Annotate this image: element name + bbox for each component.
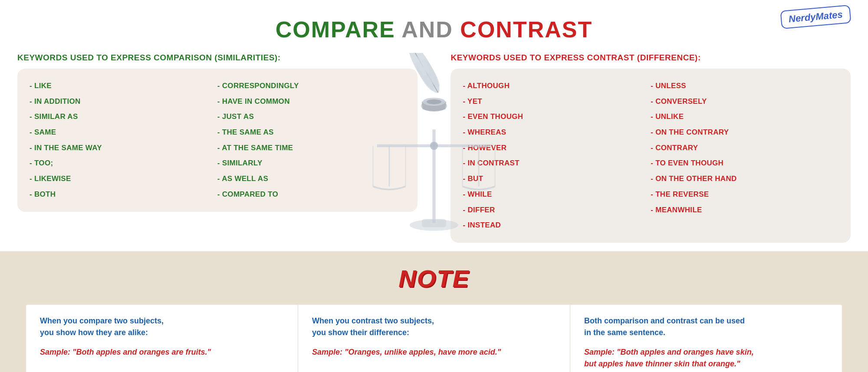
title-contrast: CONTRAST [460,17,592,42]
kw-the-same-as: - THE SAME AS [217,125,405,140]
note-cards-row: When you compare two subjects,you show h… [26,305,842,372]
kw-in-addition: - IN ADDITION [30,94,217,109]
svg-point-8 [427,99,441,104]
main-title: COMPARE AND CONTRAST [17,9,851,53]
comparison-box: - LIKE - IN ADDITION - SIMILAR AS - SAME… [17,69,418,212]
title-compare: COMPARE [276,17,395,42]
contrast-section: KEYWORDS USED TO EXPRESS CONTRAST (DIFFE… [450,53,851,243]
kw-at-the-same-time: - AT THE SAME TIME [217,140,405,156]
kw-however: - HOWEVER [463,140,651,156]
kw-as-well-as: - AS WELL AS [217,171,405,187]
kw-instead: - INSTEAD [463,217,651,233]
comparison-col2: - CORRESPONDINGLY - HAVE IN COMMON - JUS… [217,78,405,202]
note-card-2-heading: When you contrast two subjects,you show … [312,315,556,339]
kw-the-reverse: - THE REVERSE [651,187,838,202]
kw-similarly: - SIMILARLY [217,155,405,171]
svg-point-5 [415,53,432,76]
svg-rect-11 [422,219,446,227]
contrast-box: - ALTHOUGH - YET - EVEN THOUGH - WHEREAS… [450,69,851,243]
note-card-2-sample: Sample: "Oranges, unlike apples, have mo… [312,346,556,358]
kw-whereas: - WHEREAS [463,125,651,140]
kw-in-contrast: - IN CONTRAST [463,155,651,171]
svg-point-7 [423,98,446,106]
kw-conversely: - CONVERSELY [651,94,838,109]
bottom-section: NOTE When you compare two subjects,you s… [0,251,868,372]
kw-unless: - UNLESS [651,78,838,94]
contrast-heading: KEYWORDS USED TO EXPRESS CONTRAST (DIFFE… [450,53,851,63]
note-card-3-heading: Both comparison and contrast can be used… [584,315,828,339]
kw-on-the-contrary: - ON THE CONTRARY [651,125,838,140]
note-card-1-heading: When you compare two subjects,you show h… [40,315,284,339]
kw-correspondingly: - CORRESPONDINGLY [217,78,405,94]
kw-have-in-common: - HAVE IN COMMON [217,94,405,109]
note-card-2: When you contrast two subjects,you show … [298,305,570,372]
svg-point-3 [419,57,443,89]
kw-likewise: - LIKEWISE [30,171,217,187]
kw-same: - SAME [30,125,217,140]
kw-in-the-same-way: - IN THE SAME WAY [30,140,217,156]
kw-compared-to: - COMPARED TO [217,187,405,202]
kw-to-even-though: - TO EVEN THOUGH [651,155,838,171]
note-card-1: When you compare two subjects,you show h… [26,305,298,372]
comparison-heading: KEYWORDS USED TO EXPRESS COMPARISON (SIM… [17,53,418,63]
contrast-col1: - ALTHOUGH - YET - EVEN THOUGH - WHEREAS… [463,78,651,233]
note-card-1-sample: Sample: "Both apples and oranges are fru… [40,346,284,358]
kw-just-as: - JUST AS [217,109,405,125]
kw-like: - LIKE [30,78,217,94]
note-title: NOTE [26,264,842,293]
kw-yet: - YET [463,94,651,109]
title-and: AND [395,17,460,42]
svg-point-6 [421,100,447,112]
note-card-3: Both comparison and contrast can be used… [570,305,842,372]
kw-both: - BOTH [30,187,217,202]
kw-while: - WHILE [463,187,651,202]
kw-meanwhile: - MEANWHILE [651,202,838,218]
svg-point-13 [430,142,438,150]
comparison-col1: - LIKE - IN ADDITION - SIMILAR AS - SAME… [30,78,217,202]
comparison-section: KEYWORDS USED TO EXPRESS COMPARISON (SIM… [17,53,418,212]
kw-although: - ALTHOUGH [463,78,651,94]
kw-but: - BUT [463,171,651,187]
top-section: COMPARE AND CONTRAST NerdyMates KEYWORDS… [0,0,868,243]
kw-even-though: - EVEN THOUGH [463,109,651,125]
contrast-col2: - UNLESS - CONVERSELY - UNLIKE - ON THE … [651,78,838,233]
kw-contrary: - CONTRARY [651,140,838,156]
kw-too: - TOO; [30,155,217,171]
keywords-row: KEYWORDS USED TO EXPRESS COMPARISON (SIM… [17,53,851,243]
kw-differ: - DIFFER [463,202,651,218]
note-card-3-sample: Sample: "Both apples and oranges have sk… [584,346,828,370]
kw-unlike: - UNLIKE [651,109,838,125]
kw-on-the-other-hand: - ON THE OTHER HAND [651,171,838,187]
kw-similar-as: - SIMILAR AS [30,109,217,125]
